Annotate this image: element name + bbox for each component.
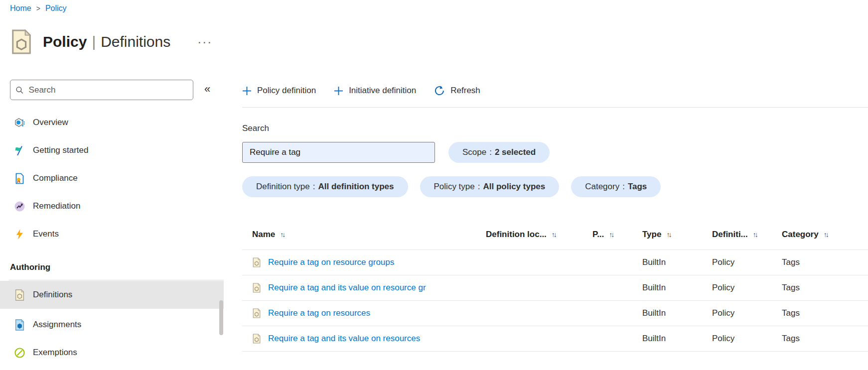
policy-definition-icon xyxy=(252,308,261,318)
category-cell: Tags xyxy=(782,334,868,344)
table-row: Require a tag on resource groups BuiltIn… xyxy=(242,250,868,275)
column-label: Type xyxy=(642,230,661,240)
policy-definition-icon xyxy=(252,334,261,344)
type-cell: BuiltIn xyxy=(642,334,712,344)
column-label: P... xyxy=(592,230,604,240)
button-label: Initiative definition xyxy=(349,86,416,96)
refresh-button[interactable]: Refresh xyxy=(434,85,480,96)
column-header-name[interactable]: Name ↑↓ xyxy=(252,230,486,240)
sidebar-item-assignments[interactable]: Assignments xyxy=(0,314,224,335)
exemptions-icon xyxy=(14,347,25,359)
breadcrumb-home-link[interactable]: Home xyxy=(10,4,31,13)
initiative-definition-button[interactable]: Initiative definition xyxy=(334,86,416,96)
definition-name-link[interactable]: Require a tag and its value on resource … xyxy=(268,283,426,293)
collapse-menu-icon[interactable]: « xyxy=(204,83,210,96)
policy-definition-icon xyxy=(252,257,261,267)
assignments-icon xyxy=(14,319,25,331)
policy-definition-icon xyxy=(252,283,261,293)
page-title-primary: Policy xyxy=(43,33,87,50)
sidebar-scrollbar-thumb[interactable] xyxy=(219,300,223,335)
type-cell: BuiltIn xyxy=(642,308,712,318)
more-menu-button[interactable]: ··· xyxy=(194,35,215,49)
sidebar-item-definitions[interactable]: Definitions xyxy=(0,281,224,309)
pill-value: Tags xyxy=(628,182,647,192)
sort-icon: ↑↓ xyxy=(666,231,670,239)
pill-value: All policy types xyxy=(483,182,545,192)
sidebar-item-remediation[interactable]: Remediation xyxy=(0,196,224,217)
sidebar-item-label: Exemptions xyxy=(33,348,77,358)
sidebar-item-label: Overview xyxy=(33,118,68,127)
sidebar-divider xyxy=(9,280,224,280)
definition-type-filter-pill[interactable]: Definition type : All definition types xyxy=(242,176,408,197)
sort-icon: ↑↓ xyxy=(753,231,757,239)
sidebar-item-label: Assignments xyxy=(33,320,81,330)
page-title-secondary: Definitions xyxy=(101,33,170,50)
filter-pill-row: Definition type : All definition types P… xyxy=(242,176,661,197)
column-label: Name xyxy=(252,230,275,240)
plus-icon xyxy=(242,86,252,96)
sidebar-item-label: Events xyxy=(33,229,59,239)
sidebar-item-compliance[interactable]: Compliance xyxy=(0,168,224,189)
sort-icon: ↑↓ xyxy=(280,231,284,239)
toolbar-divider xyxy=(242,107,868,108)
pill-name: Policy type xyxy=(434,182,475,192)
sidebar-item-events[interactable]: Events xyxy=(0,224,224,245)
pill-name: Definition type xyxy=(256,182,310,192)
policy-type-filter-pill[interactable]: Policy type : All policy types xyxy=(420,176,560,197)
type-cell: BuiltIn xyxy=(642,257,712,267)
definition-search-input[interactable] xyxy=(242,142,435,163)
page-title-separator: | xyxy=(92,33,96,50)
button-label: Refresh xyxy=(450,86,480,96)
events-icon xyxy=(14,228,25,240)
column-header-category[interactable]: Category ↑↓ xyxy=(782,230,868,240)
pill-separator: : xyxy=(478,182,480,192)
sidebar-search-input[interactable] xyxy=(29,85,188,95)
button-label: Policy definition xyxy=(257,86,316,96)
sidebar-item-overview[interactable]: Overview xyxy=(0,112,224,133)
column-header-definition-type[interactable]: Definiti... ↑↓ xyxy=(712,230,782,240)
column-label: Definiti... xyxy=(712,230,748,240)
column-header-policies[interactable]: P... ↑↓ xyxy=(592,230,642,240)
breadcrumb: Home > Policy xyxy=(10,4,67,13)
command-bar: Policy definition Initiative definition … xyxy=(242,81,480,101)
table-row: Require a tag and its value on resources… xyxy=(242,326,868,352)
type-cell: BuiltIn xyxy=(642,283,712,293)
definition-type-cell: Policy xyxy=(712,257,782,267)
scope-filter-pill[interactable]: Scope : 2 selected xyxy=(448,142,550,163)
compliance-icon xyxy=(14,172,25,184)
sidebar-item-getting-started[interactable]: Getting started xyxy=(0,140,224,161)
sidebar-item-exemptions[interactable]: Exemptions xyxy=(0,342,224,363)
definition-name-link[interactable]: Require a tag on resource groups xyxy=(268,257,394,267)
pill-value: 2 selected xyxy=(495,147,536,157)
table-row: Require a tag and its value on resource … xyxy=(242,275,868,301)
search-icon xyxy=(15,86,24,95)
pill-separator: : xyxy=(489,147,492,157)
definition-type-cell: Policy xyxy=(712,283,782,293)
page-header: Policy|Definitions ··· xyxy=(10,29,215,55)
sort-icon: ↑↓ xyxy=(609,231,613,239)
column-header-definition-location[interactable]: Definition loc... ↑↓ xyxy=(486,230,592,240)
category-filter-pill[interactable]: Category : Tags xyxy=(571,176,661,197)
sidebar-item-label: Remediation xyxy=(33,201,80,211)
category-cell: Tags xyxy=(782,308,868,318)
definition-type-cell: Policy xyxy=(712,308,782,318)
page-title: Policy|Definitions xyxy=(43,33,170,50)
definition-name-link[interactable]: Require a tag on resources xyxy=(268,308,370,318)
sidebar-search-box xyxy=(10,80,193,100)
plus-icon xyxy=(334,86,343,96)
refresh-icon xyxy=(434,85,445,96)
overview-icon xyxy=(14,117,25,128)
definitions-icon xyxy=(14,289,25,301)
category-cell: Tags xyxy=(782,283,868,293)
breadcrumb-separator-icon: > xyxy=(36,4,40,12)
definition-name-link[interactable]: Require a tag and its value on resources xyxy=(268,334,420,344)
search-filter-label: Search xyxy=(242,123,269,133)
column-header-type[interactable]: Type ↑↓ xyxy=(642,230,712,240)
breadcrumb-policy-link[interactable]: Policy xyxy=(45,4,67,13)
definition-type-cell: Policy xyxy=(712,334,782,344)
sidebar-section-authoring: Authoring xyxy=(10,262,50,272)
policy-definition-button[interactable]: Policy definition xyxy=(242,86,316,96)
pill-separator: : xyxy=(622,182,625,192)
column-label: Definition loc... xyxy=(486,230,547,240)
sort-icon: ↑↓ xyxy=(552,231,556,239)
